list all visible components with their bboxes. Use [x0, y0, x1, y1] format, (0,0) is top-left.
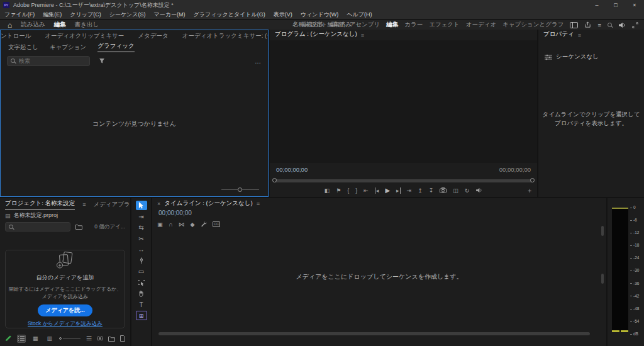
panel-menu-icon[interactable]: ≡	[257, 201, 260, 207]
quick-export-icon[interactable]	[584, 21, 591, 28]
fullscreen-icon[interactable]	[632, 22, 638, 28]
track-select-forward-tool-icon[interactable]: ⇥	[136, 212, 147, 221]
workspace-effects[interactable]: エフェクト	[429, 21, 460, 29]
extract-icon[interactable]: ↧	[429, 187, 434, 194]
sort-icon[interactable]: ≡	[86, 333, 92, 344]
workspaces-menu-icon[interactable]: ≡	[597, 21, 601, 28]
lift-icon[interactable]: ↥	[418, 187, 423, 194]
menu-marker[interactable]: マーカー(M)	[154, 11, 186, 19]
captions-icon[interactable]: CC	[213, 221, 221, 227]
object-selection-tool-icon[interactable]	[136, 278, 147, 287]
more-options-icon[interactable]: …	[255, 58, 262, 65]
project-writable-icon[interactable]	[5, 335, 11, 342]
tab-edit[interactable]: 編集	[54, 21, 66, 29]
tab-properties[interactable]: プロパティ	[543, 30, 574, 40]
tab-project[interactable]: プロジェクト: 名称未設定	[5, 199, 75, 209]
scrubber-end-handle[interactable]	[530, 178, 535, 182]
new-item-icon[interactable]	[120, 335, 125, 342]
subtab-captions[interactable]: キャプション	[50, 43, 86, 52]
thumbnail-zoom-slider[interactable]	[221, 187, 259, 192]
ai-search-icon[interactable]	[608, 23, 612, 27]
project-search-input[interactable]	[6, 223, 70, 231]
tab-metadata[interactable]: メタデータ	[138, 32, 168, 40]
project-zoom-slider[interactable]	[59, 337, 80, 341]
panel-layout-icon[interactable]	[570, 22, 578, 28]
tab-media-browser[interactable]: メディアブラウザー	[93, 201, 130, 209]
icon-view-button[interactable]: ▦	[31, 335, 40, 343]
linked-selection-icon[interactable]: ⋈	[179, 221, 185, 228]
menu-graphics-titles[interactable]: グラフィックとタイトル(G)	[193, 11, 265, 19]
add-marker-icon[interactable]: ◆	[190, 221, 194, 228]
workspace-audio[interactable]: オーディオ	[466, 21, 496, 29]
multi-camera-view-icon[interactable]: ◫	[453, 187, 458, 194]
comparison-view-icon[interactable]: ◧	[325, 187, 330, 194]
menu-file[interactable]: ファイル(F)	[4, 11, 35, 19]
panel-menu-icon[interactable]: ≡	[82, 201, 86, 208]
current-timecode[interactable]: 00;00;00;00	[276, 166, 308, 173]
tab-import[interactable]: 読み込み	[21, 21, 45, 29]
horizontal-scrollbar[interactable]	[158, 332, 590, 335]
freeform-view-button[interactable]: ▥	[45, 335, 53, 343]
panel-menu-icon[interactable]: ≡	[361, 32, 364, 38]
workspace-vertical[interactable]: 垂直方向	[301, 21, 325, 29]
tab-audio-clip-mixer[interactable]: オーディオクリップミキサー	[45, 32, 124, 40]
tab-timeline[interactable]: タイムライン : (シーケンスなし)	[164, 199, 252, 209]
tab-export[interactable]: 書き出し	[75, 21, 99, 29]
workspace-editing[interactable]: 編集	[386, 21, 398, 29]
pen-tool-icon[interactable]	[136, 256, 147, 265]
go-to-in-icon[interactable]: ⇤	[364, 187, 369, 194]
nested-sequence-icon[interactable]: ▣	[157, 221, 163, 228]
program-scrubber[interactable]	[274, 179, 533, 182]
razor-tool-icon[interactable]: ✂	[136, 234, 147, 243]
ripple-edit-tool-icon[interactable]: ⇆	[136, 223, 147, 232]
filter-icon[interactable]	[99, 58, 105, 64]
workspace-captions-graphics[interactable]: キャプションとグラフ	[502, 21, 564, 29]
menu-window[interactable]: ウィンドウ(W)	[301, 11, 339, 19]
loop-icon[interactable]: ↻	[465, 187, 470, 194]
hand-tool-icon[interactable]	[136, 289, 147, 298]
more-tools-icon[interactable]: ⊞	[136, 311, 147, 320]
vertical-scrollbar-thumb[interactable]	[601, 274, 604, 284]
menu-edit[interactable]: 編集(E)	[43, 11, 62, 19]
minimize-icon[interactable]: –	[587, 0, 606, 10]
menu-sequence[interactable]: シーケンス(S)	[109, 11, 146, 19]
subtab-graphics[interactable]: グラフィック	[97, 42, 134, 52]
tab-effect-controls[interactable]: ントロール	[1, 32, 31, 40]
slider-thumb[interactable]	[59, 337, 62, 340]
timeline-timecode[interactable]: 00;00;00;00	[152, 209, 606, 219]
vertical-scrollbar-thumb[interactable]	[601, 226, 604, 236]
export-frame-icon[interactable]	[440, 187, 447, 193]
search-bin-icon[interactable]	[75, 224, 82, 230]
rectangle-tool-icon[interactable]: ▭	[136, 267, 147, 276]
list-view-button[interactable]	[17, 335, 26, 343]
add-marker-icon[interactable]: ⚑	[336, 187, 341, 194]
menu-help[interactable]: ヘルプ(H)	[347, 11, 372, 19]
tab-program[interactable]: プログラム : (シーケンスなし)	[275, 30, 357, 40]
project-search-field[interactable]	[5, 222, 70, 232]
audio-volume-icon[interactable]	[618, 22, 626, 28]
tab-audio-track-mixer[interactable]: オーディオトラックミキサー: (シーケンスなし)	[182, 32, 268, 40]
project-empty-dropzone[interactable]: 自分のメディアを追加 開始するにはメディアをここにドラッグするか、メディアを読み…	[5, 250, 125, 328]
close-panel-icon[interactable]: ×	[157, 201, 160, 207]
workspace-assembly[interactable]: アセンブリ	[350, 21, 380, 29]
home-icon[interactable]: ⌂	[8, 22, 12, 28]
graphics-search-field[interactable]	[7, 56, 90, 66]
stock-media-link[interactable]: Stock からメディアを読み込み	[28, 320, 103, 328]
new-bin-icon[interactable]	[108, 336, 115, 342]
timeline-settings-icon[interactable]	[201, 221, 207, 227]
workspace-color[interactable]: カラー	[404, 21, 423, 29]
button-editor-icon[interactable]: +	[528, 187, 531, 194]
import-media-button[interactable]: メディアを読...	[38, 304, 92, 316]
scrubber-start-handle[interactable]	[272, 178, 277, 182]
project-file-row[interactable]: ▤ 名称未設定.prproj	[0, 211, 130, 220]
slider-thumb[interactable]	[238, 187, 242, 192]
menu-clip[interactable]: クリップ(C)	[70, 11, 101, 19]
search-input[interactable]	[8, 57, 89, 65]
maximize-icon[interactable]: □	[606, 0, 625, 10]
snap-icon[interactable]: ∩	[169, 221, 173, 228]
automate-to-sequence-icon[interactable]	[97, 336, 103, 341]
mute-icon[interactable]	[475, 187, 482, 193]
menu-view[interactable]: 表示(V)	[274, 11, 292, 19]
selection-tool-icon[interactable]	[136, 201, 147, 210]
mark-in-icon[interactable]: {	[347, 187, 349, 194]
